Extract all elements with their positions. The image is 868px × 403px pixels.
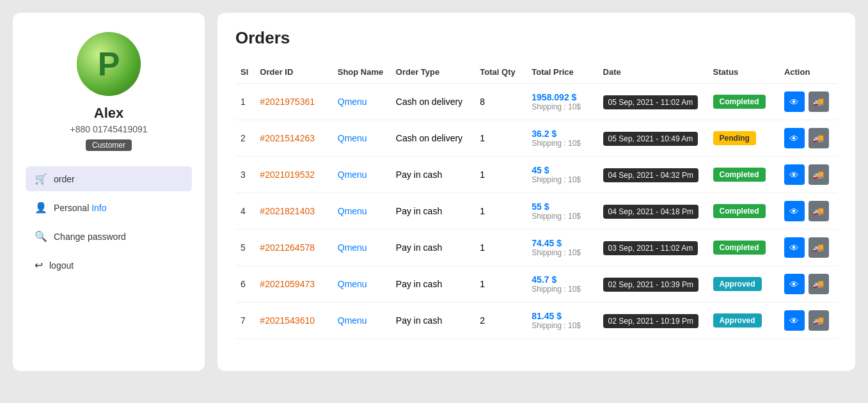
price-shipping: Shipping : 10$	[532, 175, 592, 184]
cell-shopname: Qmenu	[333, 120, 391, 157]
nav-label-change-password: Change password	[54, 232, 126, 242]
table-row: 1 #2021975361 Qmenu Cash on delivery 8 1…	[235, 84, 837, 120]
cell-orderid[interactable]: #2021821403	[255, 193, 332, 230]
col-header-status: Status	[708, 61, 779, 84]
eye-icon: 👁	[789, 170, 799, 180]
shop-name-text: Qmenu	[338, 315, 367, 326]
cell-orderid[interactable]: #2021975361	[255, 84, 332, 120]
cell-totalqty: 1	[475, 266, 526, 303]
cell-status: Completed	[708, 157, 779, 193]
price-shipping: Shipping : 10$	[532, 139, 592, 148]
cell-action: 👁 🚚	[779, 84, 837, 120]
ship-button[interactable]: 🚚	[809, 310, 829, 331]
col-header-orderid: Order ID	[255, 61, 332, 84]
price-shipping: Shipping : 10$	[532, 248, 592, 257]
action-buttons: 👁 🚚	[784, 164, 832, 185]
cell-action: 👁 🚚	[779, 193, 837, 230]
date-badge: 05 Sep, 2021 - 10:49 Am	[603, 132, 698, 146]
action-buttons: 👁 🚚	[784, 201, 832, 221]
ship-button[interactable]: 🚚	[809, 91, 829, 112]
view-button[interactable]: 👁	[784, 274, 805, 294]
action-buttons: 👁 🚚	[784, 237, 832, 258]
cell-sl: 5	[235, 230, 255, 266]
cell-orderid[interactable]: #2021514263	[255, 120, 332, 157]
eye-icon: 👁	[789, 315, 799, 326]
cell-ordertype: Pay in cash	[391, 266, 475, 303]
shop-name-text: Qmenu	[338, 133, 367, 143]
status-badge: Approved	[713, 277, 762, 291]
order-id-link[interactable]: #2021821403	[260, 206, 315, 216]
nav-link-change-password[interactable]: 🔍 Change password	[26, 224, 192, 249]
ship-button[interactable]: 🚚	[809, 201, 829, 221]
order-id-link[interactable]: #2021264578	[260, 242, 315, 253]
order-id-link[interactable]: #2021019532	[260, 170, 315, 180]
table-row: 6 #2021059473 Qmenu Pay in cash 1 45.7 $…	[235, 266, 837, 303]
order-id-link[interactable]: #2021514263	[260, 133, 315, 143]
nav-label-personal-info: Personal Info	[54, 203, 107, 213]
cell-shopname: Qmenu	[333, 303, 391, 339]
ship-button[interactable]: 🚚	[809, 237, 829, 258]
col-header-shopname: Shop Name	[333, 61, 391, 84]
price-main: 45 $	[532, 165, 592, 175]
eye-icon: 👁	[789, 97, 799, 107]
cell-shopname: Qmenu	[333, 266, 391, 303]
cell-totalqty: 8	[475, 84, 526, 120]
cell-totalprice: 45.7 $ Shipping : 10$	[526, 266, 597, 303]
order-id-link[interactable]: #2021059473	[260, 279, 315, 289]
view-button[interactable]: 👁	[784, 91, 805, 112]
cell-ordertype: Cash on delivery	[391, 120, 475, 157]
nav-item-change-password[interactable]: 🔍 Change password	[26, 224, 192, 249]
cell-sl: 4	[235, 193, 255, 230]
cell-totalprice: 1958.092 $ Shipping : 10$	[526, 84, 597, 120]
col-header-sl: Sl	[235, 61, 255, 84]
ship-button[interactable]: 🚚	[809, 164, 829, 185]
cell-action: 👁 🚚	[779, 230, 837, 266]
price-main: 74.45 $	[532, 238, 592, 248]
cell-ordertype: Pay in cash	[391, 193, 475, 230]
col-header-date: Date	[598, 61, 708, 84]
nav-link-logout[interactable]: ↩ logout	[26, 253, 192, 278]
shop-name-text: Qmenu	[338, 170, 367, 180]
cell-ordertype: Pay in cash	[391, 303, 475, 339]
status-badge: Completed	[713, 241, 766, 255]
price-shipping: Shipping : 10$	[532, 321, 592, 330]
orders-table: Sl Order ID Shop Name Order Type Total Q…	[235, 61, 837, 339]
avatar: P	[77, 32, 141, 96]
view-button[interactable]: 👁	[784, 164, 805, 185]
cell-orderid[interactable]: #2021543610	[255, 303, 332, 339]
cell-orderid[interactable]: #2021019532	[255, 157, 332, 193]
nav-link-personal-info[interactable]: 👤 Personal Info	[26, 195, 192, 220]
view-button[interactable]: 👁	[784, 310, 805, 331]
nav-item-order[interactable]: 🛒 order	[26, 166, 192, 191]
order-id-link[interactable]: #2021543610	[260, 315, 315, 326]
cell-status: Pending	[708, 120, 779, 157]
status-badge: Completed	[713, 168, 766, 182]
cell-shopname: Qmenu	[333, 230, 391, 266]
cell-orderid[interactable]: #2021264578	[255, 230, 332, 266]
cell-date: 05 Sep, 2021 - 11:02 Am	[598, 84, 708, 120]
cell-totalprice: 81.45 $ Shipping : 10$	[526, 303, 597, 339]
ship-button[interactable]: 🚚	[809, 128, 829, 148]
cell-status: Completed	[708, 84, 779, 120]
nav-list: 🛒 order 👤 Personal Info 🔍 Change passwor…	[26, 166, 192, 281]
nav-item-logout[interactable]: ↩ logout	[26, 253, 192, 278]
main-content: Orders Sl Order ID Shop Name Order Type …	[217, 13, 855, 371]
cell-totalqty: 2	[475, 303, 526, 339]
cell-ordertype: Pay in cash	[391, 230, 475, 266]
cell-date: 02 Sep, 2021 - 10:39 Pm	[598, 266, 708, 303]
basket-icon: 🛒	[35, 173, 47, 185]
view-button[interactable]: 👁	[784, 237, 805, 258]
ship-button[interactable]: 🚚	[809, 274, 829, 294]
view-button[interactable]: 👁	[784, 128, 805, 148]
price-shipping: Shipping : 10$	[532, 102, 592, 111]
user-badge: Customer	[86, 139, 132, 151]
view-button[interactable]: 👁	[784, 201, 805, 221]
nav-item-personal-info[interactable]: 👤 Personal Info	[26, 195, 192, 220]
cell-orderid[interactable]: #2021059473	[255, 266, 332, 303]
order-id-link[interactable]: #2021975361	[260, 97, 315, 107]
date-badge: 02 Sep, 2021 - 10:19 Pm	[603, 314, 698, 328]
nav-link-order[interactable]: 🛒 order	[26, 166, 192, 191]
eye-icon: 👁	[789, 206, 799, 217]
eye-icon: 👁	[789, 242, 799, 253]
cell-shopname: Qmenu	[333, 84, 391, 120]
